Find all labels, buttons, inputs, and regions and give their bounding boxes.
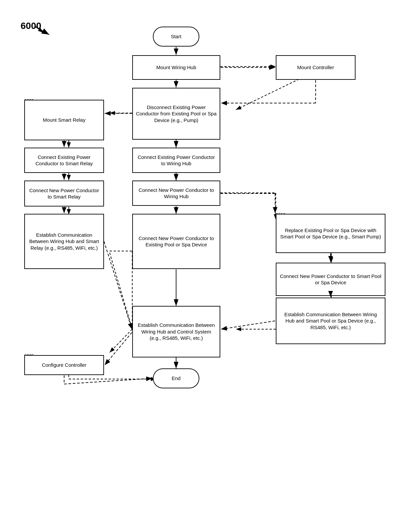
node-start: Start — [153, 27, 199, 47]
node-6010: Connect New Power Conductor to Existing … — [132, 214, 220, 269]
node-6002: Mount Wiring Hub — [132, 55, 220, 80]
node-6022: Connect Existing Power Conductor to Smar… — [24, 148, 104, 173]
svg-line-21 — [110, 253, 132, 329]
svg-line-48 — [104, 241, 132, 329]
node-6021: Mount Smart Relay — [24, 100, 104, 140]
node-6025: Establish Communication Between Wiring H… — [24, 214, 104, 269]
node-6008: Connect New Power Conductor to Wiring Hu… — [132, 181, 220, 206]
node-6016: Replace Existing Pool or Spa Device with… — [276, 214, 385, 253]
node-6004: Disconnect Existing Power Conductor from… — [132, 88, 220, 140]
diagram-container: 6000 — [0, 0, 412, 532]
node-6018: Connect New Power Conductor to Smart Poo… — [276, 263, 385, 296]
node-6014: Mount Controller — [276, 55, 356, 80]
svg-line-27 — [110, 329, 132, 352]
diagram-id: 6000 — [21, 21, 41, 31]
node-6020: Establish Communication Between Wiring H… — [276, 298, 385, 344]
svg-line-47 — [221, 321, 275, 329]
svg-line-49 — [105, 332, 132, 365]
node-6026: Configure Controller — [24, 355, 104, 375]
node-end: End — [153, 368, 199, 388]
node-6024: Connect New Power Conductor to Smart Rel… — [24, 181, 104, 206]
node-6006: Connect Existing Power Conductor to Wiri… — [132, 148, 220, 173]
svg-line-10 — [236, 79, 299, 110]
svg-line-52 — [64, 378, 152, 384]
node-6012: Establish Communication Between Wiring H… — [132, 306, 220, 357]
